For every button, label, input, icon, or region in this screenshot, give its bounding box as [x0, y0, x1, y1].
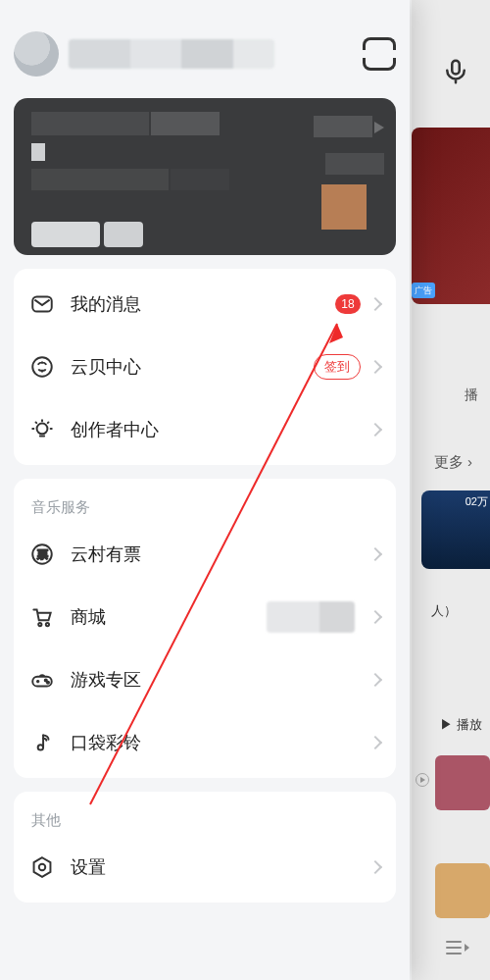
svg-point-7 [46, 623, 49, 626]
menu-label: 云贝中心 [71, 355, 314, 379]
menu-label: 我的消息 [71, 292, 335, 316]
promo-banner[interactable] [412, 128, 490, 304]
track-thumb[interactable] [435, 755, 490, 810]
menu-item-games[interactable]: 游戏专区 [14, 648, 396, 711]
menu-group-music-services: 音乐服务 票 云村有票 商城 游戏专区 口袋 [14, 479, 396, 778]
menu-item-ringtone[interactable]: 口袋彩铃 [14, 711, 396, 774]
mail-icon [29, 291, 55, 317]
play-count: 02万 [466, 494, 488, 509]
svg-text:票: 票 [37, 548, 48, 560]
unread-badge: 18 [335, 294, 361, 314]
chevron-right-icon [368, 736, 382, 749]
chevron-right-icon [368, 547, 382, 561]
chevron-right-icon [368, 860, 382, 874]
menu-item-messages[interactable]: 我的消息 18 [14, 273, 396, 335]
svg-point-11 [38, 745, 43, 749]
svg-marker-12 [34, 857, 51, 877]
menu-label: 设置 [71, 855, 361, 879]
ticket-icon: 票 [29, 542, 55, 567]
menu-item-store[interactable]: 商城 [14, 586, 396, 648]
track-thumb[interactable] [435, 863, 490, 918]
play-all-button[interactable]: ▶ 播放 [440, 716, 482, 734]
svg-point-2 [32, 357, 52, 377]
vip-banner[interactable] [14, 98, 396, 255]
svg-point-10 [47, 682, 49, 684]
playlist-caption: 人） [431, 602, 457, 620]
scan-icon[interactable] [363, 37, 396, 71]
menu-item-creator[interactable]: 创作者中心 [14, 398, 396, 461]
ad-badge: 广告 [412, 283, 435, 298]
gamepad-icon [29, 667, 55, 693]
menu-item-yunbei[interactable]: 云贝中心 签到 [14, 335, 396, 398]
avatar[interactable] [14, 31, 59, 77]
category-label[interactable]: 播 [465, 387, 478, 404]
chevron-right-icon [368, 297, 382, 311]
section-title: 音乐服务 [14, 483, 396, 523]
ringtone-icon [29, 730, 55, 755]
coin-icon [29, 354, 55, 380]
side-drawer: 我的消息 18 云贝中心 签到 创作者中心 音乐服务 票 云村有票 [0, 0, 410, 980]
signin-pill[interactable]: 签到 [314, 354, 361, 380]
svg-point-3 [37, 424, 48, 435]
playlist-thumb[interactable]: 02万 [421, 490, 490, 569]
more-link[interactable]: 更多 › [434, 453, 472, 472]
bulb-icon [29, 417, 55, 442]
menu-label: 云村有票 [71, 542, 361, 566]
menu-label: 创作者中心 [71, 418, 361, 441]
menu-label: 游戏专区 [71, 668, 361, 692]
svg-rect-0 [452, 61, 460, 75]
chevron-right-icon [368, 610, 382, 624]
menu-group-primary: 我的消息 18 云贝中心 签到 创作者中心 [14, 269, 396, 465]
cart-icon [29, 604, 55, 630]
menu-group-other: 其他 设置 [14, 792, 396, 903]
svg-point-6 [38, 623, 41, 626]
menu-label: 商城 [71, 605, 267, 629]
svg-point-13 [39, 864, 46, 871]
settings-icon [29, 854, 55, 880]
chevron-right-icon [368, 673, 382, 687]
username-redacted [69, 39, 274, 69]
background-content: 广告 播 数字 更多 › 02万 人） 一个 听忄 ▶ 播放 [412, 0, 490, 980]
menu-item-settings[interactable]: 设置 [14, 836, 396, 899]
menu-item-tickets[interactable]: 票 云村有票 [14, 523, 396, 586]
chevron-right-icon [368, 423, 382, 437]
mic-icon[interactable] [441, 57, 470, 86]
chevron-right-icon [368, 360, 382, 374]
store-promo-redacted [267, 601, 355, 633]
play-mini-icon[interactable] [416, 773, 429, 787]
menu-label: 口袋彩铃 [71, 731, 361, 754]
queue-icon[interactable] [445, 938, 470, 961]
section-title: 其他 [14, 796, 396, 836]
drawer-header [14, 10, 396, 98]
